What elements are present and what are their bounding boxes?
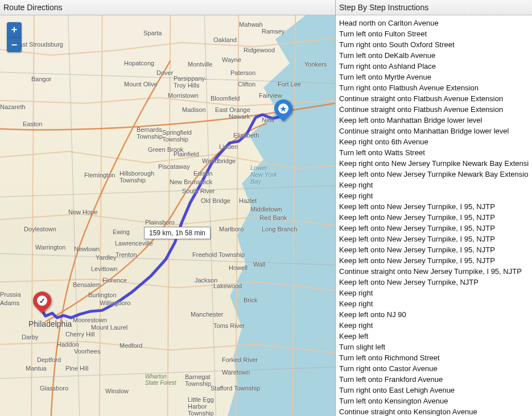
direction-step[interactable]: Turn right onto Ashland Place (339, 61, 529, 72)
direction-step[interactable]: Turn left onto Fulton Street (339, 28, 529, 39)
city-waretown: Waretown (222, 369, 250, 376)
route-end-marker[interactable]: ✓ (33, 292, 51, 315)
map-area[interactable]: Philadelphia Trenton Newark Yonkers New … (0, 15, 335, 416)
city-cherry-hill: Cherry Hill (65, 331, 94, 338)
bay-label: Lower New York Bay (250, 164, 277, 185)
check-icon: ✓ (37, 296, 47, 306)
direction-step[interactable]: Keep right (339, 320, 529, 331)
direction-step[interactable]: Keep left onto New Jersey Turnpike, I 95… (339, 244, 529, 255)
city-middletown: Middletown (250, 206, 282, 213)
zoom-in-button[interactable]: + (7, 22, 22, 38)
wharton-state-forest: Wharton State Forest (145, 373, 176, 386)
direction-step[interactable]: Keep left onto New Jersey Turnpike, I 95… (339, 234, 529, 244)
city-new-brunswick: New Brunswick (170, 178, 212, 185)
direction-step[interactable]: Keep right onto New Jersey Turnpike Newa… (339, 158, 529, 169)
city-brick: Brick (244, 297, 257, 303)
map-pane-header: Route Directions (0, 0, 335, 15)
city-medford: Medford (119, 342, 142, 349)
direction-step[interactable]: Turn left onto Myrtle Avenue (339, 72, 529, 82)
directions-list[interactable]: Head north on Carlton AvenueTurn left on… (336, 15, 532, 416)
city-mount-laurel: Mount Laurel (91, 324, 127, 331)
city-levittown: Levittown (91, 265, 117, 272)
city-glassboro: Glassboro (40, 385, 68, 392)
city-pine-hill: Pine Hill (65, 365, 88, 372)
city-adams: Adams (0, 299, 19, 306)
direction-step[interactable]: Keep left onto New Jersey Turnpike, I 95… (339, 212, 529, 223)
city-willingboro: Willingboro (100, 299, 130, 306)
city-darby: Darby (22, 334, 38, 340)
direction-step[interactable]: Turn left onto Watts Street (339, 147, 529, 158)
route-start-marker[interactable]: ★ (274, 99, 292, 123)
city-yonkers: Yonkers (304, 61, 327, 68)
city-trenton: Trenton (116, 251, 137, 258)
city-lakewood: Lakewood (213, 282, 242, 289)
city-linden: Linden (219, 143, 238, 150)
direction-step[interactable]: Turn right onto East Lehigh Avenue (339, 385, 529, 396)
city-bloomfield: Bloomfield (211, 95, 240, 102)
directions-pane-title: Step By Step Instructions (339, 3, 428, 12)
city-east-orange: East Orange (215, 106, 250, 113)
city-philadelphia: Philadelphia (28, 319, 72, 328)
direction-step[interactable]: Turn right onto South Oxford Street (339, 39, 529, 50)
direction-step[interactable]: Continue straight onto Manhattan Bridge … (339, 126, 529, 136)
direction-step[interactable]: Continue straight onto New Jersey Turnpi… (339, 266, 529, 277)
plus-icon: + (11, 24, 18, 36)
direction-step[interactable]: Keep left onto Manhattan Bridge lower le… (339, 115, 529, 126)
direction-step[interactable]: Continue straight onto Flatbush Avenue E… (339, 93, 529, 104)
direction-step[interactable]: Turn left onto Frankford Avenue (339, 374, 529, 385)
direction-step[interactable]: Keep right onto 6th Avenue (339, 136, 529, 147)
city-yardley: Yardley (96, 254, 116, 261)
city-mahwah: Mahwah (239, 21, 263, 28)
direction-step[interactable]: Head north on Carlton Avenue (339, 18, 529, 28)
minus-icon: − (11, 39, 18, 51)
city-old-bridge: Old Bridge (201, 197, 230, 204)
route-summary-tooltip: 159 km, 1h 58 min (144, 227, 211, 239)
city-winslow: Winslow (105, 388, 129, 394)
city-mount-olive: Mount Olive (124, 81, 158, 88)
direction-step[interactable]: Keep left onto New Jersey Turnpike, I 95… (339, 223, 529, 234)
city-doylestown: Doylestown (24, 226, 56, 232)
direction-step[interactable]: Continue straight onto Flatbush Avenue E… (339, 104, 529, 115)
city-new-hope: New Hope (68, 209, 97, 215)
city-paterson: Paterson (230, 69, 255, 76)
map-pane-title: Route Directions (3, 3, 63, 12)
city-barnegat-twp: Barnegat Township (185, 373, 211, 387)
city-green-brook: Green Brook (148, 146, 183, 153)
direction-step[interactable]: Keep left onto NJ 90 (339, 309, 529, 320)
direction-step[interactable]: Turn left onto DeKalb Avenue (339, 50, 529, 61)
city-forked-river: Forked River (222, 356, 258, 363)
city-florence: Florence (102, 277, 127, 284)
direction-step[interactable]: Keep right (339, 190, 529, 201)
city-fort-lee: Fort Lee (278, 81, 301, 88)
city-parsippany: Parsippany- Troy Hills (174, 75, 207, 89)
direction-step[interactable]: Turn left onto Richmond Street (339, 352, 529, 363)
city-marlboro: Marlboro (219, 226, 244, 232)
city-easton: Easton (23, 120, 42, 127)
city-oakland: Oakland (213, 36, 237, 43)
direction-step[interactable]: Keep right (339, 298, 529, 309)
star-icon: ★ (278, 103, 288, 114)
map-pane: Route Directions (0, 0, 336, 416)
city-edison: Edison (193, 170, 213, 177)
city-bensalem: Bensalem (73, 281, 101, 288)
city-haddon: Haddon (57, 341, 79, 348)
direction-step[interactable]: Turn slight left (339, 342, 529, 352)
city-new: New (262, 117, 274, 123)
city-elizabeth: Elizabeth (233, 132, 259, 139)
direction-step[interactable]: Turn left onto Kensington Avenue (339, 396, 529, 406)
direction-step[interactable]: Keep left onto New Jersey Turnpike, I 95… (339, 255, 529, 266)
direction-step[interactable]: Keep right (339, 288, 529, 298)
direction-step[interactable]: Turn right onto Castor Avenue (339, 363, 529, 374)
city-ramsey: Ramsey (262, 28, 284, 35)
direction-step[interactable]: Keep left onto New Jersey Turnpike, NJTP (339, 277, 529, 288)
city-south-river: South River (182, 188, 215, 194)
city-moorestown: Moorestown (73, 317, 107, 323)
direction-step[interactable]: Keep right (339, 180, 529, 190)
direction-step[interactable]: Keep left (339, 331, 529, 342)
direction-step[interactable]: Keep left onto New Jersey Turnpike, I 95… (339, 201, 529, 212)
direction-step[interactable]: Continue straight onto Kensington Avenue (339, 406, 529, 416)
direction-step[interactable]: Turn right onto Flatbush Avenue Extensio… (339, 82, 529, 93)
city-hillsborough: Hillsborough Township (119, 170, 154, 184)
direction-step[interactable]: Keep left onto New Jersey Turnpike Newar… (339, 169, 529, 180)
zoom-out-button[interactable]: − (7, 38, 22, 52)
